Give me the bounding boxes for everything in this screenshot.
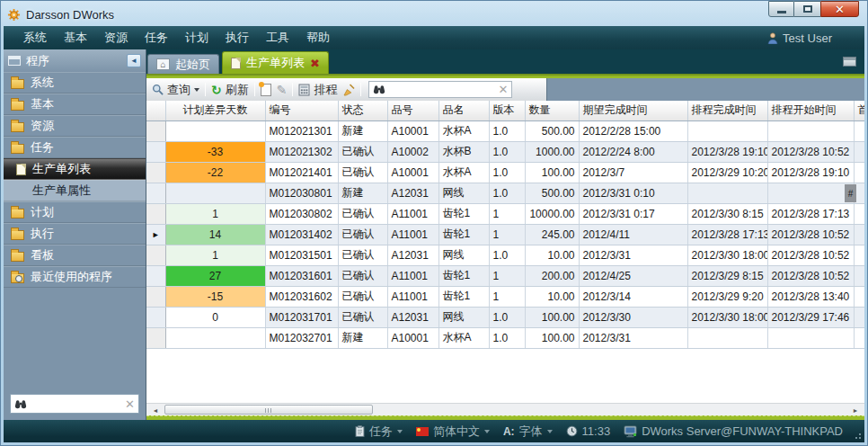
menu-item-基本[interactable]: 基本: [64, 30, 87, 46]
language-menu[interactable]: 简体中文: [416, 424, 490, 440]
tab-close-icon[interactable]: ✖: [310, 58, 320, 69]
new-button[interactable]: [261, 84, 271, 96]
maximize-button[interactable]: [794, 1, 820, 17]
sidebar-item-task[interactable]: 任务: [4, 137, 146, 158]
row-selector-cell[interactable]: [146, 265, 165, 286]
column-header-10[interactable]: 排程开始时间: [767, 101, 854, 120]
grid-body: M012021301新建A10001水杯A1.0500.002012/2/28 …: [146, 120, 864, 348]
toolbar-search-clear-icon[interactable]: ✕: [499, 84, 509, 95]
menu-item-帮助[interactable]: 帮助: [306, 30, 330, 46]
sidebar-search-input[interactable]: [31, 397, 121, 410]
sidebar-search-clear-icon[interactable]: ✕: [125, 398, 135, 410]
sidebar-item-execute[interactable]: 执行: [4, 223, 146, 245]
production-order-table: 计划差异天数编号状态品号品名版本数量期望完成时间排程完成时间排程开始时间首 M0…: [146, 101, 864, 349]
sidebar-search-box: ✕: [10, 394, 139, 414]
menu-item-工具[interactable]: 工具: [266, 30, 289, 46]
table-row[interactable]: 1M012030802已确认A11001齿轮1110000.002012/3/3…: [146, 203, 864, 224]
menu-item-计划[interactable]: 计划: [185, 30, 208, 46]
cell-sched_start: 2012/3/28 13:40: [767, 286, 854, 307]
column-header-1[interactable]: 计划差异天数: [165, 101, 265, 120]
sidebar-item-system[interactable]: 系统: [4, 72, 146, 94]
row-selector-cell[interactable]: [146, 183, 165, 203]
menu-item-执行[interactable]: 执行: [226, 30, 249, 46]
cell-status: 已确认: [338, 245, 387, 265]
cell-status: 新建: [338, 183, 387, 203]
sidebar-item-plan[interactable]: 计划: [4, 201, 146, 223]
row-selector-cell[interactable]: [146, 307, 165, 327]
table-row[interactable]: M012032701新建A10001水杯A1.0100.002012/3/31: [146, 327, 864, 348]
column-header-4[interactable]: 品号: [387, 101, 438, 120]
content-area: ⌂起始页生产单列表✖ 查询 ↻ 刷新: [146, 49, 864, 420]
scrollbar-thumb[interactable]: [164, 405, 373, 415]
sidebar-item-basic[interactable]: 基本: [4, 94, 146, 115]
column-header-8[interactable]: 期望完成时间: [579, 101, 687, 120]
cell-status: 新建: [338, 327, 387, 348]
horizontal-scrollbar[interactable]: ◄ ►: [146, 403, 864, 415]
sidebar-item-production-order-props[interactable]: 生产单属性: [4, 180, 146, 201]
menu-item-系统[interactable]: 系统: [23, 30, 47, 46]
cell-qty: 10.00: [525, 286, 579, 307]
window-list-icon[interactable]: [843, 57, 856, 67]
row-selector-cell[interactable]: [146, 203, 165, 224]
user-area[interactable]: Test User: [767, 31, 845, 45]
tab-start-page[interactable]: ⌂起始页: [147, 54, 219, 74]
table-row[interactable]: M012021301新建A10001水杯A1.0500.002012/2/28 …: [146, 120, 864, 141]
row-selector-cell[interactable]: [146, 327, 165, 348]
sidebar-item-label: 看板: [31, 247, 54, 263]
row-selector-cell[interactable]: [146, 120, 165, 141]
toolbar-search-input[interactable]: [389, 84, 494, 96]
column-header-2[interactable]: 编号: [265, 101, 338, 120]
column-header-5[interactable]: 品名: [438, 101, 489, 120]
edit-button[interactable]: ✎: [277, 84, 288, 96]
table-row[interactable]: ►14M012031402已确认A11001齿轮11245.002012/4/1…: [146, 224, 864, 245]
scroll-right-button[interactable]: ►: [848, 405, 863, 415]
table-row[interactable]: -15M012031602已确认A11001齿轮1110.002012/3/14…: [146, 286, 864, 307]
row-selector-cell[interactable]: [146, 141, 165, 162]
column-header-9[interactable]: 排程完成时间: [687, 101, 767, 120]
cell-sched_start: 2012/3/28 10:52: [767, 224, 854, 245]
minimize-button[interactable]: [768, 1, 794, 17]
sidebar-item-resource[interactable]: 资源: [4, 115, 146, 137]
cell-ver: 1: [489, 203, 525, 224]
column-header-7[interactable]: 数量: [525, 101, 579, 120]
resize-grip[interactable]: [859, 437, 861, 439]
table-row[interactable]: 0M012031701已确认A12031网线1.0100.002012/3/30…: [146, 307, 864, 327]
menu-item-资源[interactable]: 资源: [104, 30, 128, 46]
close-button[interactable]: ✕: [820, 1, 859, 17]
font-menu[interactable]: A: 字体: [503, 424, 553, 440]
table-row[interactable]: -33M012021302已确认A10002水杯B1.01000.002012/…: [146, 141, 864, 162]
sidebar-collapse-button[interactable]: ◄: [127, 54, 141, 67]
column-header-3[interactable]: 状态: [338, 101, 387, 120]
window-title: Darsson DWorks: [26, 8, 114, 22]
clean-button[interactable]: [342, 84, 355, 96]
toolbar: 查询 ↻ 刷新 ✎ 排程: [146, 78, 547, 101]
cell-expect: 2012/2/28 15:00: [579, 120, 687, 141]
refresh-button[interactable]: ↻ 刷新: [211, 82, 249, 98]
close-icon: ✕: [835, 3, 845, 16]
cell-sched_end: 2012/3/28 17:13: [687, 224, 767, 245]
table-row[interactable]: M012030801新建A12031网线1.0500.002012/3/31 0…: [146, 183, 864, 203]
column-header-11[interactable]: 首: [854, 101, 864, 120]
task-menu[interactable]: 任务: [355, 424, 403, 440]
row-pointer-cell[interactable]: ►: [146, 224, 165, 245]
column-header-6[interactable]: 版本: [489, 101, 525, 120]
tab-production-order-list[interactable]: 生产单列表✖: [222, 51, 329, 74]
cell-ver: 1.0: [489, 307, 525, 327]
sidebar-item-board[interactable]: 看板: [4, 245, 146, 266]
cell-status: 已确认: [338, 307, 387, 327]
cell-qty: 100.00: [525, 327, 579, 348]
query-button[interactable]: 查询: [152, 82, 199, 98]
schedule-label: 排程: [314, 82, 337, 98]
schedule-button[interactable]: 排程: [298, 82, 337, 98]
sidebar-item-production-order-list[interactable]: 生产单列表: [4, 158, 146, 180]
row-selector-cell[interactable]: [146, 162, 165, 183]
table-row[interactable]: -22M012021401已确认A10001水杯A1.0100.002012/3…: [146, 162, 864, 183]
row-selector-cell[interactable]: [146, 286, 165, 307]
cell-ver: 1: [489, 265, 525, 286]
menu-item-任务[interactable]: 任务: [145, 30, 168, 46]
row-selector-cell[interactable]: [146, 245, 165, 265]
scroll-left-button[interactable]: ◄: [148, 405, 163, 415]
sidebar-item-recent-programs[interactable]: 最近使用的程序: [4, 266, 146, 288]
table-row[interactable]: 27M012031601已确认A11001齿轮11200.002012/4/25…: [146, 265, 864, 286]
table-row[interactable]: 1M012031501已确认A12031网线1.010.002012/3/312…: [146, 245, 864, 265]
